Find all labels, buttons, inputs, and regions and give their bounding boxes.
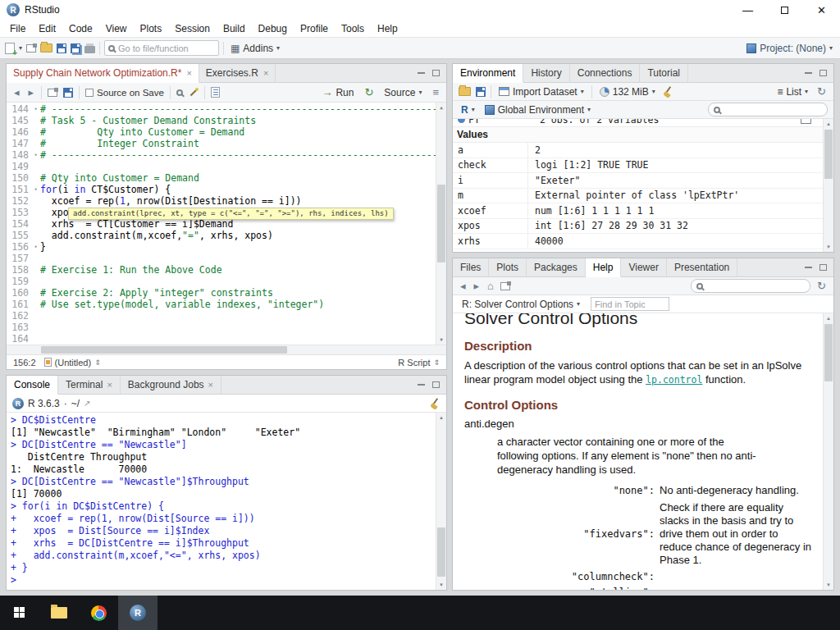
save-icon[interactable] — [57, 43, 66, 53]
clear-workspace-icon[interactable] — [663, 86, 673, 97]
minimize-button[interactable]: — — [729, 0, 766, 20]
tab-files[interactable]: Files — [453, 258, 489, 276]
minimize-pane-icon[interactable] — [805, 72, 812, 74]
maximize-pane-icon[interactable] — [432, 70, 440, 76]
goto-file-input[interactable] — [118, 43, 215, 53]
scroll-down-icon[interactable]: ▼ — [436, 335, 446, 345]
checkbox-icon[interactable] — [85, 89, 94, 97]
source-button[interactable]: Source ▾ — [381, 87, 424, 98]
find-in-topic-box[interactable] — [591, 297, 669, 311]
maximize-pane-icon[interactable] — [819, 70, 827, 76]
language-selector[interactable]: R ▾ — [459, 104, 477, 116]
scroll-up-icon[interactable]: ▲ — [824, 313, 833, 323]
tab-terminal[interactable]: Terminal× — [58, 376, 121, 394]
scrollbar-thumb[interactable] — [41, 346, 287, 354]
menu-build[interactable]: Build — [217, 23, 252, 34]
save-icon[interactable] — [63, 88, 73, 98]
open-file-icon[interactable] — [40, 43, 52, 52]
new-project-icon[interactable] — [26, 44, 36, 52]
tab-packages[interactable]: Packages — [527, 258, 586, 276]
save-all-icon[interactable] — [71, 43, 80, 53]
minimize-pane-icon[interactable] — [805, 267, 812, 268]
tab-background-jobs[interactable]: Background Jobs× — [121, 376, 221, 394]
forward-icon[interactable]: ▸ — [472, 280, 482, 292]
editor-vertical-scrollbar[interactable]: ▲ ▼ — [436, 103, 446, 345]
editor-horizontal-scrollbar[interactable] — [7, 345, 446, 354]
tab-console[interactable]: Console — [7, 376, 58, 395]
compile-report-icon[interactable] — [211, 87, 220, 98]
code-editor[interactable]: 144▾# ----------------------------------… — [7, 103, 446, 345]
scroll-up-icon[interactable]: ▲ — [436, 413, 446, 422]
close-icon[interactable]: × — [186, 68, 191, 78]
scroll-up-icon[interactable]: ▲ — [824, 119, 833, 129]
run-button[interactable]: → Run — [319, 86, 356, 98]
tab-environment[interactable]: Environment — [453, 64, 523, 83]
fold-icon[interactable]: ▾ — [31, 103, 40, 115]
console-vertical-scrollbar[interactable]: ▲ ▼ — [436, 413, 446, 590]
env-variable-row[interactable]: i"Exeter" — [453, 173, 823, 189]
scrollbar-thumb[interactable] — [824, 324, 833, 381]
scrollbar-thumb[interactable] — [824, 130, 833, 179]
project-menu[interactable]: Project: (None) ▾ — [744, 43, 835, 54]
code-tools-icon[interactable] — [189, 88, 199, 98]
tab-history[interactable]: History — [523, 64, 569, 82]
import-dataset-button[interactable]: Import Dataset ▾ — [496, 86, 587, 98]
scrollbar-thumb[interactable] — [437, 527, 445, 577]
tab-tutorial[interactable]: Tutorial — [640, 64, 688, 82]
maximize-button[interactable] — [766, 0, 803, 20]
env-variable-row[interactable]: checklogi [1:2] TRUE TRUE — [453, 158, 823, 174]
show-in-new-window-icon[interactable] — [48, 89, 57, 97]
menu-tools[interactable]: Tools — [335, 23, 371, 34]
addins-button[interactable]: ▦ Addins ▾ — [228, 43, 282, 54]
clear-console-icon[interactable] — [430, 398, 441, 409]
chevron-down-icon[interactable]: ▾ — [19, 44, 22, 52]
lp-control-link[interactable]: lp.control — [646, 374, 702, 386]
save-workspace-icon[interactable] — [476, 87, 486, 97]
scroll-down-icon[interactable]: ▼ — [824, 242, 833, 252]
menu-file[interactable]: File — [3, 23, 32, 34]
help-search-input[interactable] — [706, 281, 805, 291]
minimize-pane-icon[interactable] — [418, 72, 425, 74]
source-file-tab[interactable]: Exercises.R× — [199, 64, 276, 82]
goto-file-search[interactable] — [104, 40, 219, 56]
menu-edit[interactable]: Edit — [32, 23, 62, 34]
close-icon[interactable]: × — [263, 68, 268, 78]
forward-icon[interactable]: ▸ — [27, 86, 36, 98]
new-file-icon[interactable] — [5, 43, 15, 54]
find-replace-icon[interactable] — [176, 89, 183, 96]
tab-viewer[interactable]: Viewer — [621, 258, 666, 276]
tab-plots[interactable]: Plots — [489, 258, 527, 276]
list-view-button[interactable]: ≡ List ▾ — [774, 86, 810, 98]
close-icon[interactable]: × — [107, 380, 112, 390]
env-variable-row-clipped[interactable]: FT 2 obs. of 2 variables — [453, 119, 823, 127]
scroll-down-icon[interactable]: ▼ — [824, 580, 833, 590]
file-type-menu[interactable]: R Script ⇕ — [398, 358, 440, 368]
environment-search-input[interactable] — [724, 105, 822, 115]
help-topic-menu[interactable]: R: Solver Control Options ▾ — [459, 299, 582, 310]
view-data-icon[interactable] — [801, 119, 811, 124]
env-variable-row[interactable]: mExternal pointer of class 'lpExtPtr' — [453, 189, 823, 204]
scroll-down-icon[interactable]: ▼ — [436, 580, 446, 590]
help-search[interactable] — [691, 279, 810, 293]
file-explorer-button[interactable] — [39, 596, 79, 630]
scroll-up-icon[interactable]: ▲ — [436, 103, 446, 112]
open-directory-icon[interactable]: ↗ — [84, 399, 90, 408]
home-icon[interactable]: ⌂ — [486, 280, 495, 292]
find-in-topic-input[interactable] — [595, 299, 665, 309]
document-outline-icon[interactable]: ≡ — [431, 86, 441, 98]
maximize-pane-icon[interactable] — [819, 264, 827, 271]
fold-icon[interactable]: ▾ — [31, 241, 40, 253]
environment-search[interactable] — [708, 103, 828, 116]
menu-view[interactable]: View — [99, 23, 134, 34]
back-icon[interactable]: ◂ — [459, 280, 468, 292]
console-body[interactable]: > DC$DistCentre[1] "Newcastle" "Birmingh… — [7, 413, 446, 590]
print-icon[interactable] — [84, 46, 95, 53]
show-in-new-window-icon[interactable] — [500, 282, 510, 290]
env-variable-row[interactable]: xrhs40000 — [453, 234, 823, 249]
menu-session[interactable]: Session — [168, 23, 217, 34]
tab-help[interactable]: Help — [586, 258, 622, 277]
environment-selector[interactable]: Global Environment ▾ — [482, 104, 593, 116]
minimize-pane-icon[interactable] — [418, 384, 425, 386]
env-variable-row[interactable]: a2 — [453, 143, 823, 158]
close-button[interactable]: ✕ — [803, 0, 840, 20]
